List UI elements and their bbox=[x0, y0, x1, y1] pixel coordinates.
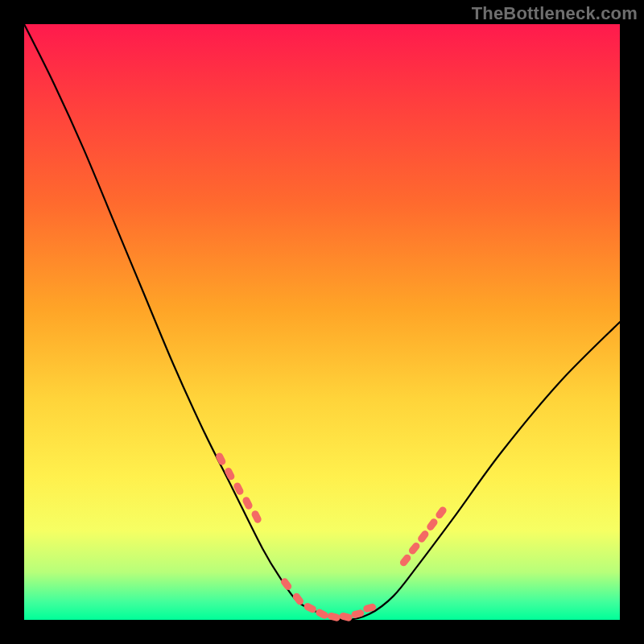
watermark-text: TheBottleneck.com bbox=[472, 3, 638, 24]
highlighted-points bbox=[215, 452, 448, 622]
marker-pill bbox=[250, 510, 262, 524]
marker-pill bbox=[425, 518, 439, 532]
marker-pill bbox=[291, 592, 305, 606]
chart-stage: TheBottleneck.com bbox=[0, 0, 644, 644]
marker-pill bbox=[407, 541, 421, 555]
marker-pill bbox=[327, 612, 341, 622]
plot-area bbox=[24, 24, 620, 620]
marker-pill bbox=[435, 506, 448, 520]
marker-pill bbox=[315, 608, 329, 620]
curve-layer bbox=[24, 24, 620, 620]
marker-pill bbox=[398, 553, 412, 568]
bottleneck-curve bbox=[24, 24, 620, 620]
marker-pill bbox=[215, 452, 227, 466]
marker-pill bbox=[416, 529, 430, 543]
